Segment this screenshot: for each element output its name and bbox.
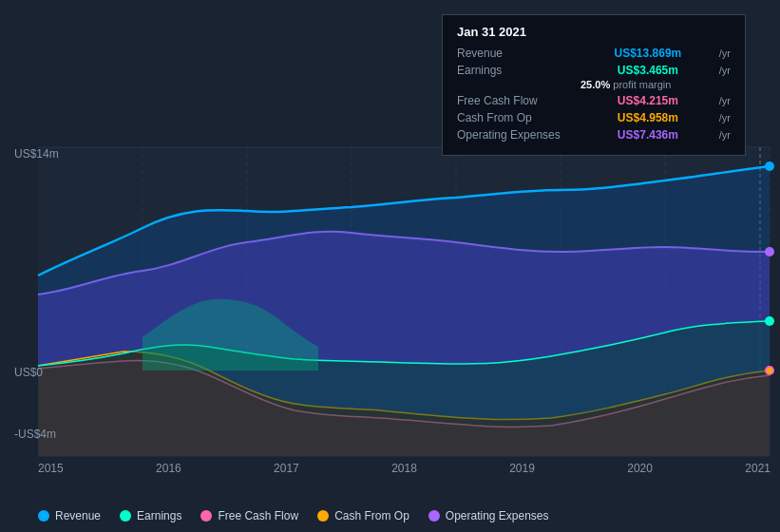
svg-point-14 [765,247,774,256]
y-axis-bot-label: -US$4m [14,428,56,441]
tooltip-row-cashfromop: Cash From Op US$4.958m /yr [457,111,731,124]
x-axis-labels: 2015 2016 2017 2018 2019 2020 2021 [38,462,770,475]
legend-item-fcf[interactable]: Free Cash Flow [200,509,298,522]
tooltip-unit-cashfromop: /yr [719,112,731,124]
svg-point-17 [767,368,772,373]
x-label-2020: 2020 [627,462,653,475]
tooltip-value-fcf: US$4.215m [618,94,678,107]
y-axis-mid-label: US$0 [14,366,43,379]
tooltip-date: Jan 31 2021 [457,25,731,39]
tooltip-unit-revenue: /yr [719,48,731,59]
tooltip-value-revenue: US$13.869m [615,47,682,60]
x-label-2016: 2016 [156,462,181,475]
legend-label-opex: Operating Expenses [446,509,549,522]
y-axis-top-label: US$14m [14,147,59,161]
tooltip-margin: 25.0% profit margin [457,79,731,90]
chart-container: US$14m US$0 -US$4m 2015 2016 2017 2018 2… [0,0,780,532]
tooltip-label-fcf: Free Cash Flow [457,94,580,107]
tooltip-box: Jan 31 2021 Revenue US$13.869m /yr Earni… [442,14,746,156]
tooltip-unit-fcf: /yr [719,95,731,106]
legend-item-opex[interactable]: Operating Expenses [428,509,549,522]
legend: Revenue Earnings Free Cash Flow Cash Fro… [38,509,549,522]
tooltip-row-earnings: Earnings US$3.465m /yr [457,64,731,77]
legend-item-earnings[interactable]: Earnings [120,509,181,522]
legend-item-revenue[interactable]: Revenue [38,509,101,522]
legend-label-cashfromop: Cash From Op [334,509,409,522]
x-label-2021: 2021 [745,462,770,475]
tooltip-label-cashfromop: Cash From Op [457,111,580,124]
tooltip-row-revenue: Revenue US$13.869m /yr [457,47,731,60]
tooltip-row-opex: Operating Expenses US$7.436m /yr [457,128,731,142]
tooltip-label-opex: Operating Expenses [457,128,580,142]
x-label-2015: 2015 [38,462,64,475]
tooltip-unit-opex: /yr [719,129,731,141]
legend-dot-earnings [120,510,131,522]
legend-dot-fcf [200,510,212,522]
x-label-2019: 2019 [509,462,535,475]
svg-point-15 [765,316,774,326]
legend-item-cashfromop[interactable]: Cash From Op [317,509,409,522]
tooltip-value-earnings: US$3.465m [618,64,678,77]
tooltip-value-opex: US$7.436m [618,128,678,142]
legend-label-fcf: Free Cash Flow [218,509,298,522]
x-label-2017: 2017 [274,462,299,475]
tooltip-label-revenue: Revenue [457,47,580,60]
legend-label-revenue: Revenue [55,509,101,522]
tooltip-row-fcf: Free Cash Flow US$4.215m /yr [457,94,731,107]
legend-label-earnings: Earnings [137,509,181,522]
svg-point-13 [765,162,774,171]
legend-dot-opex [428,510,440,522]
tooltip-label-earnings: Earnings [457,64,580,77]
legend-dot-revenue [38,510,49,522]
x-label-2018: 2018 [391,462,417,475]
tooltip-unit-earnings: /yr [719,65,731,76]
tooltip-value-cashfromop: US$4.958m [618,111,678,124]
legend-dot-cashfromop [317,510,329,522]
